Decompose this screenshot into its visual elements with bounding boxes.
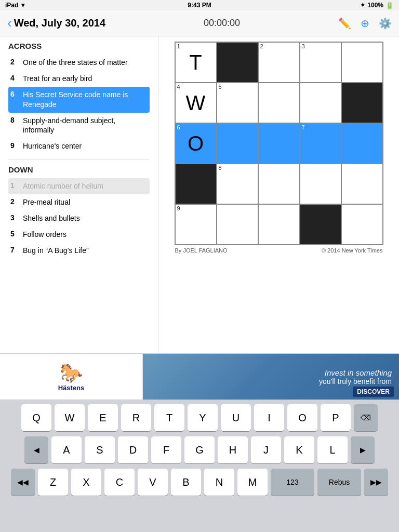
keyboard-row-1: Q W E R T Y U I O P ⌫: [2, 404, 397, 431]
clues-divider: [8, 159, 150, 160]
key-123[interactable]: 123: [271, 469, 314, 496]
key-F[interactable]: F: [151, 436, 181, 463]
timer-display: 00:00:00: [204, 18, 240, 28]
cell-5-5[interactable]: [341, 204, 383, 245]
cell-4-3[interactable]: [258, 164, 300, 204]
cell-3-5[interactable]: [341, 123, 383, 164]
key-K[interactable]: K: [284, 436, 314, 463]
ad-brand-name: Hästens: [58, 384, 85, 392]
cell-5-3[interactable]: [258, 204, 300, 245]
clue-across-2[interactable]: 2 One of the three states of matter: [8, 55, 150, 71]
cell-4-4[interactable]: [300, 164, 341, 204]
ad-horse-icon: 🐎: [60, 362, 83, 384]
down-title: DOWN: [8, 165, 150, 174]
key-X[interactable]: X: [71, 469, 101, 496]
key-G[interactable]: G: [184, 436, 215, 463]
clue-down-1[interactable]: 1 Atomic number of helium: [8, 178, 150, 194]
cell-3-1[interactable]: 6 O: [175, 123, 217, 164]
key-L[interactable]: L: [317, 436, 348, 463]
key-double-right-arrow[interactable]: ▶▶: [364, 469, 388, 496]
keyboard: Q W E R T Y U I O P ⌫ ◀ A S D F G H J K …: [0, 400, 399, 532]
key-P[interactable]: P: [321, 404, 351, 431]
crossword-grid[interactable]: 1 T 2 3 4 W 5 6: [175, 42, 383, 245]
cell-3-4[interactable]: 7: [300, 123, 341, 164]
ad-content-section[interactable]: Invest in something you’ll truly benefit…: [143, 353, 399, 400]
cell-2-1[interactable]: 4 W: [175, 83, 217, 123]
key-delete[interactable]: ⌫: [354, 404, 378, 431]
key-left-arrow[interactable]: ◀: [24, 436, 48, 463]
bluetooth-icon: ✦: [360, 2, 365, 9]
cell-2-5: [341, 83, 383, 123]
key-Y[interactable]: Y: [188, 404, 218, 431]
clue-down-5[interactable]: 5 Follow orders: [8, 227, 150, 243]
clue-across-8[interactable]: 8 Supply-and-demand subject, informally: [8, 113, 150, 139]
clue-down-2[interactable]: 2 Pre-meal ritual: [8, 194, 150, 210]
key-I[interactable]: I: [254, 404, 284, 431]
cell-2-4[interactable]: [300, 83, 341, 123]
cell-1-4[interactable]: 3: [300, 42, 341, 83]
key-W[interactable]: W: [55, 404, 85, 431]
key-rebus[interactable]: Rebus: [317, 469, 361, 496]
cell-5-1[interactable]: 9: [175, 204, 217, 245]
ad-logo-section: 🐎 Hästens: [0, 353, 143, 400]
key-E[interactable]: E: [88, 404, 118, 431]
cell-1-5[interactable]: [341, 42, 383, 83]
cell-5-4: [300, 204, 341, 245]
status-bar: iPad ▾ 9:43 PM ✦ 100% 🔋: [0, 0, 399, 10]
key-right-arrow[interactable]: ▶: [351, 436, 375, 463]
cell-4-5[interactable]: [341, 164, 383, 204]
key-Q[interactable]: Q: [21, 404, 51, 431]
time-display: 9:43 PM: [188, 2, 211, 9]
main-content: ACROSS 2 One of the three states of matt…: [0, 36, 399, 353]
key-double-left-arrow[interactable]: ◀◀: [11, 469, 35, 496]
grid-credit: By JOEL FAGLIANO © 2014 New York Times: [175, 247, 383, 254]
cell-3-3[interactable]: [258, 123, 300, 164]
cell-1-3[interactable]: 2: [258, 42, 300, 83]
keyboard-row-3: ◀◀ Z X C V B N M 123 Rebus ▶▶: [2, 469, 397, 496]
cell-4-2[interactable]: 8: [217, 164, 258, 204]
grid-panel: 1 T 2 3 4 W 5 6: [158, 36, 399, 353]
cell-3-2[interactable]: [217, 123, 258, 164]
key-D[interactable]: D: [118, 436, 148, 463]
clue-down-3[interactable]: 3 Shells and bullets: [8, 210, 150, 227]
key-M[interactable]: M: [237, 469, 268, 496]
ad-italic-text: Invest in something: [319, 368, 392, 377]
cell-2-3[interactable]: [258, 83, 300, 123]
copyright: © 2014 New York Times: [322, 247, 383, 254]
back-chevron-icon: ‹: [7, 15, 12, 31]
key-B[interactable]: B: [171, 469, 201, 496]
clue-down-7[interactable]: 7 Bug in “A Bug’s Life”: [8, 243, 150, 259]
nav-bar: ‹ Wed, July 30, 2014 00:00:00 ✏️ ⊕ ⚙️: [0, 10, 399, 36]
across-title: ACROSS: [8, 42, 150, 50]
ipad-label: iPad: [5, 2, 18, 9]
clues-panel: ACROSS 2 One of the three states of matt…: [0, 36, 158, 353]
edit-icon[interactable]: ✏️: [338, 17, 351, 30]
cell-2-2[interactable]: 5: [217, 83, 258, 123]
help-icon[interactable]: ⊕: [361, 17, 369, 30]
clue-across-6[interactable]: 6 His Secret Service code name is Renega…: [8, 87, 150, 113]
ad-discover-button[interactable]: DISCOVER: [353, 387, 394, 397]
key-H[interactable]: H: [218, 436, 248, 463]
key-U[interactable]: U: [221, 404, 251, 431]
clue-across-4[interactable]: 4 Treat for an early bird: [8, 71, 150, 87]
clue-across-9[interactable]: 9 Hurricane's center: [8, 138, 150, 154]
byline: By JOEL FAGLIANO: [175, 247, 228, 254]
ad-banner[interactable]: 🐎 Hästens Invest in something you’ll tru…: [0, 353, 399, 400]
key-T[interactable]: T: [154, 404, 184, 431]
key-V[interactable]: V: [138, 469, 168, 496]
battery-label: 100%: [367, 2, 383, 9]
settings-icon[interactable]: ⚙️: [379, 17, 392, 30]
key-N[interactable]: N: [204, 469, 234, 496]
key-R[interactable]: R: [121, 404, 151, 431]
wifi-icon: ▾: [21, 2, 24, 9]
cell-1-1[interactable]: 1 T: [175, 42, 217, 83]
key-A[interactable]: A: [51, 436, 82, 463]
key-O[interactable]: O: [287, 404, 317, 431]
cell-5-2[interactable]: [217, 204, 258, 245]
key-J[interactable]: J: [251, 436, 281, 463]
back-button[interactable]: ‹ Wed, July 30, 2014: [7, 15, 105, 31]
key-Z[interactable]: Z: [38, 469, 68, 496]
ad-normal-text: you’ll truly benefit from: [319, 377, 392, 385]
key-S[interactable]: S: [85, 436, 115, 463]
key-C[interactable]: C: [104, 469, 135, 496]
